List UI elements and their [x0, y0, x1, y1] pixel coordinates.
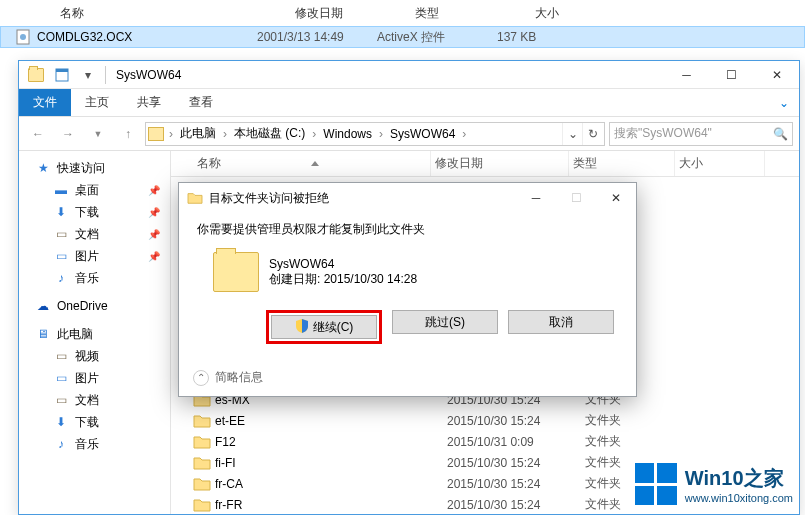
parent-file-date: 2001/3/13 14:49 — [257, 30, 377, 44]
parent-file-size: 137 KB — [497, 30, 617, 44]
folder-icon — [193, 434, 211, 450]
sidebar-music2[interactable]: ♪音乐 — [19, 433, 170, 455]
address-dropdown-icon[interactable]: ⌄ — [562, 123, 582, 145]
nav-back-icon[interactable]: ← — [25, 121, 51, 147]
ribbon-home-tab[interactable]: 主页 — [71, 89, 123, 116]
pin-icon: 📌 — [148, 207, 160, 218]
minimize-button[interactable]: ─ — [664, 61, 709, 89]
breadcrumb-0[interactable]: 此电脑 — [176, 125, 220, 142]
sidebar-videos[interactable]: ▭视频 — [19, 345, 170, 367]
download-icon: ⬇ — [53, 204, 69, 220]
qat-folder-icon[interactable] — [25, 64, 47, 86]
folder-icon — [193, 476, 211, 492]
ribbon-expand-icon[interactable]: ⌄ — [769, 89, 799, 116]
svg-rect-3 — [56, 69, 68, 72]
cancel-button[interactable]: 取消 — [508, 310, 614, 334]
desktop-icon: ▬ — [53, 182, 69, 198]
sidebar-downloads[interactable]: ⬇下载📌 — [19, 201, 170, 223]
parent-file-type: ActiveX 控件 — [377, 29, 497, 46]
qat-dropdown-icon[interactable]: ▾ — [77, 64, 99, 86]
chevron-right-icon[interactable]: › — [459, 127, 469, 141]
separator — [105, 66, 106, 84]
column-headers: 名称 修改日期 类型 大小 — [171, 151, 799, 177]
col-size[interactable]: 大小 — [675, 151, 765, 176]
address-bar[interactable]: › 此电脑 › 本地磁盘 (C:) › Windows › SysWOW64 ›… — [145, 122, 605, 146]
document-icon: ▭ — [53, 392, 69, 408]
maximize-button[interactable]: ☐ — [709, 61, 754, 89]
watermark: Win10之家 www.win10xitong.com — [635, 463, 793, 505]
sidebar-downloads2[interactable]: ⬇下载 — [19, 411, 170, 433]
ribbon-view-tab[interactable]: 查看 — [175, 89, 227, 116]
sidebar-onedrive[interactable]: ☁OneDrive — [19, 295, 170, 317]
col-type[interactable]: 类型 — [569, 151, 675, 176]
list-item[interactable]: et-EE2015/10/30 15:24文件夹 — [177, 410, 799, 431]
sidebar-documents2[interactable]: ▭文档 — [19, 389, 170, 411]
dialog-title: 目标文件夹访问被拒绝 — [209, 190, 329, 207]
nav-forward-icon[interactable]: → — [55, 121, 81, 147]
close-button[interactable]: ✕ — [754, 61, 799, 89]
qat-properties-icon[interactable] — [51, 64, 73, 86]
parent-col-name[interactable]: 名称 — [60, 5, 295, 22]
music-icon: ♪ — [53, 270, 69, 286]
dialog-details-toggle[interactable]: ⌃ 简略信息 — [193, 369, 263, 386]
pin-icon: 📌 — [148, 229, 160, 240]
nav-recent-icon[interactable]: ▼ — [85, 121, 111, 147]
sidebar-documents[interactable]: ▭文档📌 — [19, 223, 170, 245]
breadcrumb-3[interactable]: SysWOW64 — [386, 127, 459, 141]
sidebar-desktop[interactable]: ▬桌面📌 — [19, 179, 170, 201]
search-placeholder: 搜索"SysWOW64" — [614, 125, 712, 142]
access-denied-dialog: 目标文件夹访问被拒绝 ─ ☐ ✕ 你需要提供管理员权限才能复制到此文件夹 Sys… — [178, 182, 637, 397]
download-icon: ⬇ — [53, 414, 69, 430]
watermark-url: www.win10xitong.com — [685, 492, 793, 504]
sidebar-pictures[interactable]: ▭图片📌 — [19, 245, 170, 267]
chevron-right-icon[interactable]: › — [166, 127, 176, 141]
col-name[interactable]: 名称 — [193, 151, 431, 176]
list-item[interactable]: F122015/10/31 0:09文件夹 — [177, 431, 799, 452]
folder-icon — [187, 191, 203, 205]
sidebar-this-pc[interactable]: 🖥此电脑 — [19, 323, 170, 345]
dialog-close-button[interactable]: ✕ — [596, 183, 636, 213]
sidebar-music[interactable]: ♪音乐 — [19, 267, 170, 289]
breadcrumb-1[interactable]: 本地磁盘 (C:) — [230, 125, 309, 142]
ocx-file-icon — [15, 29, 31, 45]
picture-icon: ▭ — [53, 248, 69, 264]
ribbon: 文件 主页 共享 查看 ⌄ — [19, 89, 799, 117]
continue-button[interactable]: 继续(C) — [271, 315, 377, 339]
sidebar-pictures2[interactable]: ▭图片 — [19, 367, 170, 389]
window-title: SysWOW64 — [116, 68, 181, 82]
col-date[interactable]: 修改日期 — [431, 151, 569, 176]
music-icon: ♪ — [53, 436, 69, 452]
ribbon-share-tab[interactable]: 共享 — [123, 89, 175, 116]
search-input[interactable]: 搜索"SysWOW64" 🔍 — [609, 122, 793, 146]
parent-file-row[interactable]: COMDLG32.OCX 2001/3/13 14:49 ActiveX 控件 … — [0, 26, 805, 48]
folder-icon — [193, 455, 211, 471]
breadcrumb-2[interactable]: Windows — [319, 127, 376, 141]
search-icon[interactable]: 🔍 — [773, 127, 788, 141]
chevron-right-icon[interactable]: › — [220, 127, 230, 141]
chevron-right-icon[interactable]: › — [309, 127, 319, 141]
dialog-titlebar: 目标文件夹访问被拒绝 ─ ☐ ✕ — [179, 183, 636, 213]
sidebar-quick-access[interactable]: ★ 快速访问 — [19, 157, 170, 179]
sort-asc-icon — [311, 161, 319, 166]
parent-col-type[interactable]: 类型 — [415, 5, 535, 22]
dialog-minimize-button[interactable]: ─ — [516, 183, 556, 213]
continue-highlight: 继续(C) — [266, 310, 382, 344]
windows-logo-icon — [635, 463, 677, 505]
parent-col-size[interactable]: 大小 — [535, 5, 559, 22]
address-refresh-icon[interactable]: ↻ — [582, 123, 602, 145]
folder-icon — [193, 497, 211, 513]
dialog-message: 你需要提供管理员权限才能复制到此文件夹 — [197, 221, 618, 238]
chevron-right-icon[interactable]: › — [376, 127, 386, 141]
parent-col-date[interactable]: 修改日期 — [295, 5, 415, 22]
address-folder-icon — [148, 127, 164, 141]
ribbon-file-tab[interactable]: 文件 — [19, 89, 71, 116]
parent-columns: 名称 修改日期 类型 大小 — [0, 0, 805, 26]
nav-up-icon[interactable]: ↑ — [115, 121, 141, 147]
picture-icon: ▭ — [53, 370, 69, 386]
folder-icon — [193, 413, 211, 429]
star-icon: ★ — [35, 160, 51, 176]
dialog-maximize-button: ☐ — [556, 183, 596, 213]
skip-button[interactable]: 跳过(S) — [392, 310, 498, 334]
computer-icon: 🖥 — [35, 326, 51, 342]
svg-point-1 — [20, 34, 26, 40]
